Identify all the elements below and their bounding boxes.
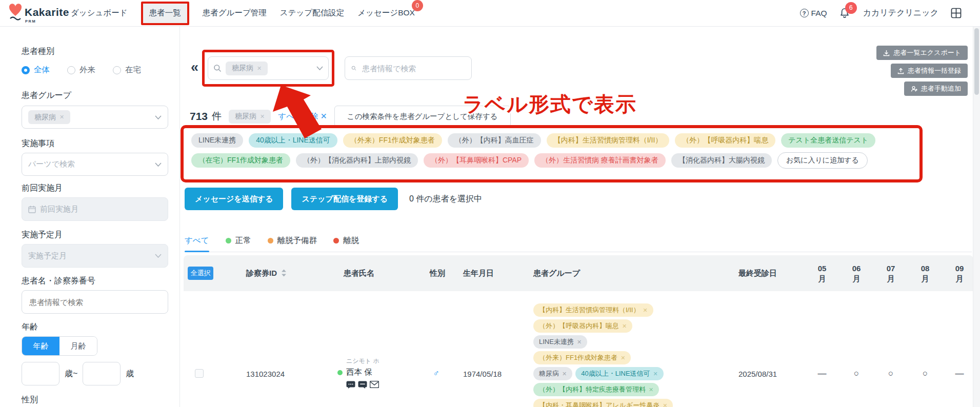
scrollbar-thumb[interactable] (974, 28, 979, 95)
download-icon (883, 50, 890, 56)
filter-label[interactable]: テスト全患者送信テスト (781, 133, 875, 148)
filter-label-row-2: （在宅）FF1作成対象患者 （外）【消化器内科】上部内視鏡 （外）【耳鼻咽喉科】… (191, 152, 912, 169)
sort-icon[interactable] (282, 270, 286, 277)
filter-label[interactable]: 【内科】生活習慣病管理料（I/II） (547, 133, 670, 148)
patient-group-tag[interactable]: 【内科】生活習慣病管理料（I/II） ✕ (533, 303, 653, 317)
age-range-mid-label: 歳~ (65, 369, 77, 379)
table-header-row: 全選択 診察券ID 患者氏名 性別 生年月日 患者グループ 最終受診日 05 月 (184, 255, 973, 291)
notifications-button[interactable]: 6 (839, 7, 851, 19)
planned-month-select[interactable]: 実施予定月 (22, 244, 168, 268)
patient-search-field[interactable] (22, 290, 168, 314)
last-month-input[interactable]: 前回実施月 (22, 197, 168, 221)
filter-label[interactable]: （外来）FF1作成対象患者 (343, 133, 442, 148)
app-grid-icon[interactable] (951, 8, 962, 18)
collapse-sidebar-button[interactable]: « (191, 60, 198, 74)
planned-month-placeholder: 実施予定月 (28, 251, 67, 261)
chevron-down-icon (316, 66, 323, 70)
group-search-select[interactable]: 糖尿病 ✕ (208, 56, 329, 80)
filter-label[interactable]: （外）【呼吸器内科】喘息 (675, 133, 775, 148)
annotation-arrow-icon (273, 85, 330, 139)
patient-group-selected-tag[interactable]: 糖尿病 ✕ (28, 110, 70, 124)
radio-home-care[interactable]: 在宅 (113, 65, 141, 75)
age-tab-months[interactable]: 月齢 (59, 337, 97, 355)
manual-add-patient-button[interactable]: 患者手動追加 (904, 82, 968, 96)
patient-group-tag[interactable]: LINE未連携 ✕ (533, 335, 587, 349)
sms-icon[interactable] (358, 381, 367, 389)
add-to-favorites-button[interactable]: お気に入りに追加する (777, 152, 868, 169)
nav-message-box[interactable]: メッセージBOX 0 (357, 8, 415, 18)
radio-outpatient[interactable]: 外来 (67, 65, 95, 75)
export-patient-list-button[interactable]: 患者一覧エクスポート (876, 46, 968, 60)
register-step-delivery-button[interactable]: ステップ配信を登録する (291, 188, 397, 210)
month-unit: 月 (880, 273, 902, 283)
remove-tag-icon[interactable]: ✕ (577, 339, 582, 345)
select-all-button[interactable]: 全選択 (188, 267, 213, 280)
tab-all[interactable]: すべて (185, 230, 209, 252)
status-dot-normal (226, 238, 231, 243)
patient-info-search-input[interactable] (361, 64, 465, 73)
tab-pre-churn[interactable]: 離脱予備群 (268, 230, 317, 252)
remove-tag-icon[interactable]: ✕ (643, 307, 647, 314)
patient-group-tag[interactable]: 40歳以上・LINE送信可 ✕ (575, 367, 664, 380)
patient-type-label: 患者種別 (22, 46, 54, 57)
column-header-month-07: 07 月 (880, 263, 902, 283)
remove-tag-icon[interactable]: ✕ (59, 114, 64, 120)
radio-all[interactable]: 全体 (22, 65, 50, 75)
patient-name[interactable]: 西本 保 (346, 367, 372, 378)
patient-info-search-field[interactable] (345, 56, 472, 80)
bulk-register-button[interactable]: 患者情報一括登録 (891, 64, 968, 78)
brand-sub-label: PRM (25, 19, 36, 24)
remove-tag-icon[interactable]: ✕ (663, 402, 667, 407)
tab-all-label: すべて (185, 235, 209, 246)
nav-dashboard[interactable]: ダッシュボード (71, 8, 128, 18)
age-max-input[interactable] (83, 362, 121, 385)
filter-label[interactable]: LINE未連携 (191, 133, 243, 148)
group-search-selected-tag[interactable]: 糖尿病 ✕ (226, 62, 268, 75)
remove-tag-icon[interactable]: ✕ (257, 65, 262, 72)
month-unit: 月 (811, 273, 833, 283)
active-filter-tag[interactable]: 糖尿病 ✕ (229, 110, 271, 124)
patient-group-tag[interactable]: 糖尿病 ✕ (533, 367, 572, 380)
chat-bubble-icon[interactable] (346, 381, 355, 389)
age-min-input[interactable] (22, 362, 59, 385)
brand-logo[interactable]: Kakarite PRM (8, 0, 62, 27)
nav-patient-list[interactable]: 患者一覧 (149, 8, 181, 18)
patient-group-tag[interactable]: （外）【呼吸器内科】喘息 ✕ (533, 319, 632, 333)
remove-tag-icon[interactable]: ✕ (562, 371, 567, 377)
tab-churn[interactable]: 離脱 (333, 230, 359, 252)
remove-tag-icon[interactable]: ✕ (260, 113, 265, 120)
age-tab-years[interactable]: 年齢 (22, 337, 59, 355)
column-header-id[interactable]: 診察券ID (246, 269, 286, 278)
active-tab-underline (185, 251, 209, 252)
radio-dot-icon (113, 66, 121, 74)
page-scrollbar[interactable] (973, 27, 980, 407)
patient-group-tag[interactable]: 【内科・耳鼻咽喉科】アレルギー性鼻炎 ✕ (533, 399, 673, 407)
implementation-select[interactable]: パーツで検索 (22, 153, 168, 176)
filter-label[interactable]: （外）【内科】高血圧症 (448, 133, 541, 148)
send-message-button[interactable]: メッセージを送信する (185, 188, 283, 210)
row-checkbox[interactable] (195, 369, 204, 378)
remove-tag-icon[interactable]: ✕ (622, 323, 627, 330)
patient-search-input[interactable] (28, 297, 162, 307)
patient-group-tag[interactable]: （外来）FF1作成対象患者 ✕ (533, 351, 631, 364)
mail-icon[interactable] (370, 381, 379, 388)
remove-tag-icon[interactable]: ✕ (649, 386, 653, 393)
filter-label[interactable]: （外）【消化器内科】上部内視鏡 (296, 153, 418, 168)
filter-label[interactable]: （外）【耳鼻咽喉科】CPAP (424, 153, 529, 168)
nav-step-delivery-settings[interactable]: ステップ配信設定 (280, 8, 344, 18)
tab-normal[interactable]: 正常 (226, 230, 251, 252)
nav-message-box-label: メッセージBOX (357, 8, 415, 17)
remove-tag-icon[interactable]: ✕ (621, 355, 625, 361)
patient-search-label: 患者名・診察券番号 (22, 276, 95, 287)
main-content: « 糖尿病 ✕ (179, 27, 980, 407)
patient-group-select[interactable]: 糖尿病 ✕ (22, 106, 168, 129)
patient-group-tag[interactable]: （外）【内科】特定疾患療養管理料 ✕ (533, 383, 659, 396)
filter-label[interactable]: （在宅）FF1作成対象患者 (191, 153, 290, 168)
faq-link[interactable]: ? FAQ (800, 9, 827, 18)
remove-tag-icon[interactable]: ✕ (653, 371, 658, 377)
table-row[interactable]: 131023024 ニシモト ホ 西本 保 (184, 291, 973, 407)
account-name[interactable]: カカリテクリニック (863, 8, 938, 18)
filter-label[interactable]: 【消化器内科】大腸内視鏡 (671, 153, 772, 168)
filter-label[interactable]: （外）生活習慣病 療養計画書対象者 (534, 153, 666, 168)
nav-patient-group-admin[interactable]: 患者グループ管理 (203, 8, 267, 18)
